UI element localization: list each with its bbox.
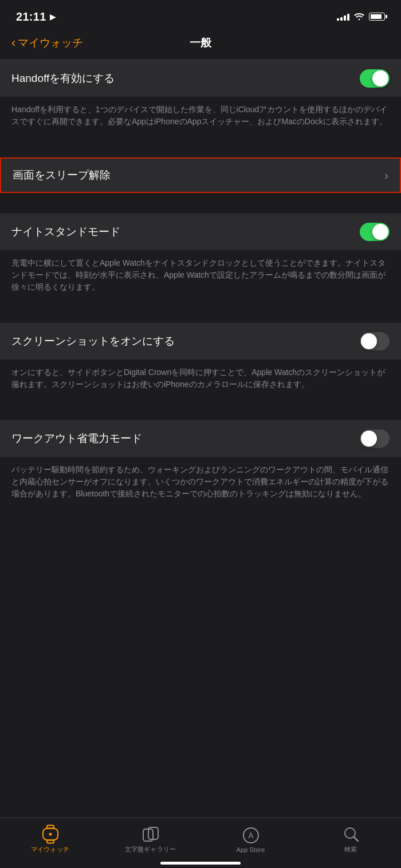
nightstand-section: ナイトスタンドモード <box>0 214 401 250</box>
handoff-row[interactable]: Handoffを有効にする <box>0 60 401 97</box>
handoff-label: Handoffを有効にする <box>11 71 115 86</box>
workout-power-toggle[interactable] <box>360 429 390 448</box>
battery-icon <box>369 13 385 21</box>
workout-power-label: ワークアウト省電力モード <box>11 431 142 446</box>
handoff-section: Handoffを有効にする <box>0 60 401 97</box>
screenshot-toggle-knob <box>361 333 377 349</box>
workout-power-row[interactable]: ワークアウト省電力モード <box>0 420 401 457</box>
wake-screen-row[interactable]: 画面をスリープ解除 › <box>0 157 401 193</box>
tab-search-label: 検索 <box>344 845 357 854</box>
workout-power-toggle-knob <box>361 431 377 447</box>
tab-bar: マイウォッチ 文字盤ギャラリー A App Store 検索 <box>0 818 401 868</box>
face-gallery-icon <box>142 826 159 843</box>
signal-strength <box>337 13 349 21</box>
tab-app-store-label: App Store <box>237 846 265 853</box>
content-area: Handoffを有効にする Handoffを利用すると、1つのデバイスで開始した… <box>0 60 401 566</box>
status-time: 21:11 ▶ <box>16 10 56 23</box>
svg-line-9 <box>354 837 358 841</box>
nav-header: ‹ マイウォッチ 一般 <box>0 31 401 60</box>
workout-power-description: バッテリー駆動時間を節約するため、ウォーキングおよびランニングのワークアウトの間… <box>0 457 401 509</box>
workout-power-section: ワークアウト省電力モード <box>0 420 401 457</box>
back-label: マイウォッチ <box>18 35 83 50</box>
screenshot-label: スクリーンショットをオンにする <box>11 334 175 349</box>
nightstand-description: 充電中に横にして置くとApple Watchをナイトスタンドクロックとして使うこ… <box>0 250 401 302</box>
search-icon <box>343 826 360 843</box>
svg-rect-1 <box>47 841 54 843</box>
screenshot-row[interactable]: スクリーンショットをオンにする <box>0 323 401 360</box>
nightstand-toggle[interactable] <box>360 223 390 241</box>
svg-text:A: A <box>248 831 254 840</box>
gap-3 <box>0 302 401 323</box>
gap-1 <box>0 137 401 157</box>
back-button[interactable]: ‹ マイウォッチ <box>11 35 83 50</box>
screenshot-section: スクリーンショットをオンにする <box>0 323 401 360</box>
page-title: 一般 <box>190 35 211 50</box>
screenshot-toggle[interactable] <box>360 332 390 350</box>
nightstand-toggle-knob <box>372 224 388 240</box>
handoff-toggle-knob <box>372 70 388 86</box>
status-bar: 21:11 ▶ <box>0 0 401 31</box>
wake-screen-label: 画面をスリープ解除 <box>13 168 111 183</box>
home-indicator <box>160 862 241 865</box>
my-watch-icon <box>42 826 59 843</box>
app-store-icon: A <box>242 827 260 844</box>
nightstand-label: ナイトスタンドモード <box>11 224 120 239</box>
wake-screen-chevron-icon: › <box>384 169 388 182</box>
handoff-description: Handoffを利用すると、1つのデバイスで開始した作業を、同じiCloudアカ… <box>0 97 401 137</box>
gap-2 <box>0 193 401 214</box>
status-icons <box>337 12 385 22</box>
location-icon: ▶ <box>50 13 56 21</box>
tab-app-store[interactable]: A App Store <box>200 827 301 853</box>
svg-rect-0 <box>47 826 54 828</box>
time-display: 21:11 <box>16 10 46 23</box>
nightstand-row[interactable]: ナイトスタンドモード <box>0 214 401 250</box>
gap-4 <box>0 400 401 420</box>
wake-screen-section: 画面をスリープ解除 › <box>0 157 401 193</box>
screenshot-description: オンにすると、サイドボタンとDigital Crownを同時に押すことで、App… <box>0 360 401 400</box>
tab-face-gallery[interactable]: 文字盤ギャラリー <box>100 826 200 854</box>
tab-search[interactable]: 検索 <box>301 826 401 854</box>
back-chevron-icon: ‹ <box>11 37 15 49</box>
wifi-icon <box>354 12 364 22</box>
tab-face-gallery-label: 文字盤ギャラリー <box>125 845 176 854</box>
tab-my-watch[interactable]: マイウォッチ <box>0 826 100 854</box>
tab-my-watch-label: マイウォッチ <box>31 845 69 854</box>
svg-point-3 <box>49 833 52 836</box>
handoff-toggle[interactable] <box>360 69 390 88</box>
